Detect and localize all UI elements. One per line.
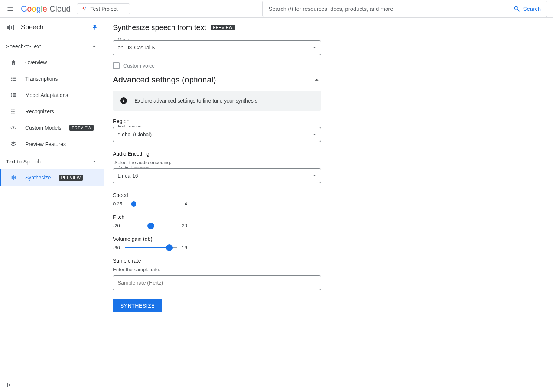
google-cloud-logo[interactable]: GoogleCloud — [21, 4, 71, 14]
volume-max: 16 — [182, 245, 187, 250]
nav-item-custom-models[interactable]: Custom Models PREVIEW — [0, 120, 104, 136]
nav-label: Overview — [25, 59, 47, 65]
nav-item-model-adaptations[interactable]: Model Adaptations — [0, 87, 104, 103]
audio-encoding-value: Linear16 — [118, 173, 138, 179]
advanced-settings-title: Advanced settings (optional) — [113, 75, 216, 85]
page-header: Synthesize speech from text PREVIEW — [104, 18, 553, 37]
pitch-slider[interactable] — [125, 226, 177, 226]
svg-point-7 — [13, 127, 14, 129]
nav-label: Synthesize — [25, 175, 51, 181]
table-icon — [10, 91, 17, 99]
nav-item-preview-features[interactable]: Preview Features — [0, 136, 104, 152]
nav-section-label: Text-to-Speech — [6, 159, 41, 165]
list-icon — [10, 75, 17, 82]
search-icon — [513, 5, 521, 13]
chevron-up-icon — [91, 158, 98, 165]
product-name: Speech — [21, 23, 86, 31]
info-banner: i Explore advanced settings to fine tune… — [113, 91, 321, 111]
sample-rate-helper: Enter the sample rate. — [113, 267, 437, 272]
main-content: Synthesize speech from text PREVIEW Voic… — [104, 18, 553, 392]
wave-icon — [10, 174, 17, 181]
nav-label: Preview Features — [25, 141, 66, 147]
nav-item-recognizers[interactable]: Recognizers — [0, 103, 104, 120]
svg-rect-6 — [13, 25, 14, 30]
speed-heading: Speed — [113, 192, 437, 198]
advanced-settings-toggle[interactable]: Advanced settings (optional) — [113, 75, 321, 85]
svg-point-0 — [82, 7, 84, 9]
nav-section-text-to-speech[interactable]: Text-to-Speech — [0, 152, 104, 169]
svg-rect-5 — [11, 26, 12, 29]
svg-rect-4 — [9, 25, 10, 30]
collapse-sidebar-icon[interactable] — [0, 378, 104, 392]
audio-encoding-select[interactable]: Linear16 — [113, 168, 321, 183]
page-title: Synthesize speech from text — [113, 23, 206, 32]
sample-rate-input[interactable] — [113, 275, 321, 290]
search-button-label: Search — [523, 6, 541, 12]
svg-point-2 — [84, 9, 85, 10]
info-text: Explore advanced settings to fine tune y… — [134, 98, 259, 104]
speed-max: 4 — [185, 201, 187, 207]
nav-item-transcriptions[interactable]: Transcriptions — [0, 71, 104, 87]
synthesize-button[interactable]: SYNTHESIZE — [113, 299, 162, 312]
pitch-heading: Pitch — [113, 214, 437, 220]
atom-icon — [10, 124, 17, 132]
volume-heading: Volume gain (db) — [113, 236, 437, 242]
region-heading: Region — [113, 118, 437, 124]
grid-icon — [10, 108, 17, 115]
nav-label: Transcriptions — [25, 76, 58, 82]
sample-rate-heading: Sample rate — [113, 258, 437, 264]
custom-voice-checkbox-row[interactable]: Custom voice — [113, 62, 437, 69]
layers-icon — [10, 140, 17, 148]
sidebar: Speech Speech-to-Text Overview Transcrip… — [0, 18, 104, 392]
volume-slider[interactable] — [125, 247, 177, 248]
project-picker[interactable]: Test Project — [77, 3, 130, 14]
chevron-up-icon — [91, 43, 98, 50]
project-name: Test Project — [91, 6, 118, 12]
search-input[interactable] — [262, 1, 507, 17]
pin-icon[interactable] — [92, 25, 98, 30]
search-button[interactable]: Search — [507, 1, 547, 17]
audio-encoding-heading: Audio Encoding — [113, 151, 437, 157]
sidebar-header: Speech — [0, 18, 104, 37]
audio-encoding-helper: Select the audio encoding. — [114, 160, 437, 165]
nav-item-synthesize[interactable]: Synthesize PREVIEW — [0, 169, 104, 186]
nav-section-label: Speech-to-Text — [6, 43, 41, 49]
chevron-down-icon — [121, 7, 125, 11]
region-select[interactable]: global (Global) — [113, 127, 321, 142]
speed-min: 0.25 — [113, 201, 122, 207]
custom-voice-label: Custom voice — [123, 63, 155, 69]
info-icon: i — [120, 97, 127, 104]
nav-section-speech-to-text[interactable]: Speech-to-Text — [0, 37, 104, 54]
pitch-max: 20 — [182, 223, 187, 229]
chevron-up-icon — [313, 76, 321, 84]
nav-label: Model Adaptations — [25, 92, 68, 98]
voice-value: en-US-Casual-K — [118, 45, 156, 51]
svg-rect-3 — [7, 26, 9, 29]
chevron-down-icon — [312, 132, 317, 137]
chevron-down-icon — [312, 45, 317, 50]
region-value: global (Global) — [118, 132, 152, 137]
pitch-min: -20 — [113, 223, 120, 229]
preview-badge: PREVIEW — [59, 175, 83, 181]
svg-point-1 — [85, 7, 86, 8]
speech-icon — [6, 23, 15, 32]
volume-min: -96 — [113, 245, 120, 250]
nav-label: Custom Models — [25, 125, 61, 131]
menu-icon[interactable] — [6, 4, 15, 13]
checkbox-icon[interactable] — [113, 62, 120, 69]
nav-item-overview[interactable]: Overview — [0, 54, 104, 71]
preview-badge: PREVIEW — [69, 125, 94, 131]
top-header: GoogleCloud Test Project Search — [0, 0, 553, 18]
voice-select[interactable]: en-US-Casual-K — [113, 40, 321, 55]
nav-label: Recognizers — [25, 108, 54, 114]
speed-slider[interactable] — [127, 204, 179, 204]
page-badge: PREVIEW — [211, 25, 235, 30]
chevron-down-icon — [312, 174, 317, 178]
home-icon — [10, 59, 17, 66]
